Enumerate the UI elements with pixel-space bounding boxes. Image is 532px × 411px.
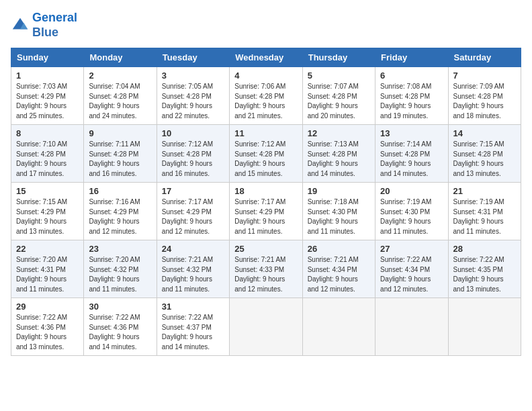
calendar-cell: 6Sunrise: 7:08 AMSunset: 4:28 PMDaylight…: [375, 67, 448, 125]
calendar-cell: 2Sunrise: 7:04 AMSunset: 4:28 PMDaylight…: [84, 67, 157, 125]
day-info: Sunrise: 7:09 AMSunset: 4:28 PMDaylight:…: [453, 82, 516, 121]
day-number: 15: [16, 186, 79, 196]
day-header-sunday: Sunday: [11, 48, 84, 67]
day-number: 16: [89, 186, 151, 196]
day-number: 22: [16, 244, 79, 254]
calendar-cell: 27Sunrise: 7:22 AMSunset: 4:34 PMDayligh…: [375, 240, 448, 298]
day-info: Sunrise: 7:21 AMSunset: 4:34 PMDaylight:…: [308, 255, 370, 294]
day-number: 31: [162, 302, 224, 312]
day-info: Sunrise: 7:17 AMSunset: 4:29 PMDaylight:…: [234, 197, 297, 236]
calendar-cell: 26Sunrise: 7:21 AMSunset: 4:34 PMDayligh…: [302, 240, 375, 298]
day-info: Sunrise: 7:22 AMSunset: 4:36 PMDaylight:…: [16, 313, 79, 352]
day-info: Sunrise: 7:10 AMSunset: 4:28 PMDaylight:…: [16, 140, 79, 179]
day-info: Sunrise: 7:03 AMSunset: 4:29 PMDaylight:…: [16, 82, 79, 121]
logo-icon: [11, 16, 30, 35]
calendar-week-3: 15Sunrise: 7:15 AMSunset: 4:29 PMDayligh…: [11, 183, 521, 240]
day-info: Sunrise: 7:05 AMSunset: 4:28 PMDaylight:…: [162, 82, 224, 121]
calendar-cell: 21Sunrise: 7:19 AMSunset: 4:31 PMDayligh…: [448, 183, 521, 240]
day-header-monday: Monday: [84, 48, 157, 67]
calendar-week-2: 8Sunrise: 7:10 AMSunset: 4:28 PMDaylight…: [11, 125, 521, 183]
day-number: 1: [16, 71, 79, 81]
calendar-week-5: 29Sunrise: 7:22 AMSunset: 4:36 PMDayligh…: [11, 298, 521, 356]
day-number: 18: [234, 186, 297, 196]
calendar-cell: 25Sunrise: 7:21 AMSunset: 4:33 PMDayligh…: [230, 240, 302, 298]
day-info: Sunrise: 7:22 AMSunset: 4:35 PMDaylight:…: [453, 255, 516, 294]
calendar-cell: 17Sunrise: 7:17 AMSunset: 4:29 PMDayligh…: [157, 183, 229, 240]
calendar-cell: 14Sunrise: 7:15 AMSunset: 4:28 PMDayligh…: [448, 125, 521, 183]
calendar-cell: 19Sunrise: 7:18 AMSunset: 4:30 PMDayligh…: [302, 183, 375, 240]
day-number: 12: [308, 128, 370, 138]
day-number: 20: [380, 186, 443, 196]
day-number: 9: [89, 128, 151, 138]
calendar-table: SundayMondayTuesdayWednesdayThursdayFrid…: [11, 48, 521, 356]
day-header-friday: Friday: [375, 48, 448, 67]
day-info: Sunrise: 7:18 AMSunset: 4:30 PMDaylight:…: [308, 197, 370, 236]
calendar-cell: 24Sunrise: 7:21 AMSunset: 4:32 PMDayligh…: [157, 240, 229, 298]
day-info: Sunrise: 7:15 AMSunset: 4:29 PMDaylight:…: [16, 197, 79, 236]
calendar-cell: 8Sunrise: 7:10 AMSunset: 4:28 PMDaylight…: [11, 125, 84, 183]
calendar-cell: 13Sunrise: 7:14 AMSunset: 4:28 PMDayligh…: [375, 125, 448, 183]
calendar-cell: [375, 298, 448, 356]
day-number: 10: [162, 128, 224, 138]
day-info: Sunrise: 7:08 AMSunset: 4:28 PMDaylight:…: [380, 82, 443, 121]
calendar-cell: 10Sunrise: 7:12 AMSunset: 4:28 PMDayligh…: [157, 125, 229, 183]
calendar-cell: 31Sunrise: 7:22 AMSunset: 4:37 PMDayligh…: [157, 298, 229, 356]
day-number: 13: [380, 128, 443, 138]
page-container: General Blue SundayMondayTuesdayWednesda…: [0, 0, 532, 363]
calendar-cell: [302, 298, 375, 356]
day-number: 23: [89, 244, 151, 254]
day-info: Sunrise: 7:16 AMSunset: 4:29 PMDaylight:…: [89, 197, 151, 236]
day-info: Sunrise: 7:19 AMSunset: 4:31 PMDaylight:…: [453, 197, 516, 236]
calendar-cell: 22Sunrise: 7:20 AMSunset: 4:31 PMDayligh…: [11, 240, 84, 298]
day-info: Sunrise: 7:15 AMSunset: 4:28 PMDaylight:…: [453, 140, 516, 179]
calendar-cell: 1Sunrise: 7:03 AMSunset: 4:29 PMDaylight…: [11, 67, 84, 125]
calendar-cell: 18Sunrise: 7:17 AMSunset: 4:29 PMDayligh…: [230, 183, 302, 240]
day-number: 25: [234, 244, 297, 254]
calendar-cell: 20Sunrise: 7:19 AMSunset: 4:30 PMDayligh…: [375, 183, 448, 240]
calendar-cell: 12Sunrise: 7:13 AMSunset: 4:28 PMDayligh…: [302, 125, 375, 183]
day-info: Sunrise: 7:12 AMSunset: 4:28 PMDaylight:…: [162, 140, 224, 179]
day-number: 8: [16, 128, 79, 138]
logo-text: General Blue: [32, 11, 77, 40]
calendar-week-4: 22Sunrise: 7:20 AMSunset: 4:31 PMDayligh…: [11, 240, 521, 298]
calendar-cell: 16Sunrise: 7:16 AMSunset: 4:29 PMDayligh…: [84, 183, 157, 240]
logo: General Blue: [11, 11, 77, 40]
calendar-cell: 15Sunrise: 7:15 AMSunset: 4:29 PMDayligh…: [11, 183, 84, 240]
day-number: 28: [453, 244, 516, 254]
calendar-cell: 28Sunrise: 7:22 AMSunset: 4:35 PMDayligh…: [448, 240, 521, 298]
day-number: 3: [162, 71, 224, 81]
day-info: Sunrise: 7:22 AMSunset: 4:36 PMDaylight:…: [89, 313, 151, 352]
day-info: Sunrise: 7:12 AMSunset: 4:28 PMDaylight:…: [234, 140, 297, 179]
day-info: Sunrise: 7:20 AMSunset: 4:32 PMDaylight:…: [89, 255, 151, 294]
day-header-tuesday: Tuesday: [157, 48, 229, 67]
calendar-cell: 3Sunrise: 7:05 AMSunset: 4:28 PMDaylight…: [157, 67, 229, 125]
day-number: 27: [380, 244, 443, 254]
day-number: 19: [308, 186, 370, 196]
calendar-cell: [448, 298, 521, 356]
day-info: Sunrise: 7:14 AMSunset: 4:28 PMDaylight:…: [380, 140, 443, 179]
day-number: 17: [162, 186, 224, 196]
day-info: Sunrise: 7:19 AMSunset: 4:30 PMDaylight:…: [380, 197, 443, 236]
day-number: 2: [89, 71, 151, 81]
day-number: 29: [16, 302, 79, 312]
day-info: Sunrise: 7:17 AMSunset: 4:29 PMDaylight:…: [162, 197, 224, 236]
calendar-cell: 9Sunrise: 7:11 AMSunset: 4:28 PMDaylight…: [84, 125, 157, 183]
day-info: Sunrise: 7:22 AMSunset: 4:37 PMDaylight:…: [162, 313, 224, 352]
calendar-cell: 29Sunrise: 7:22 AMSunset: 4:36 PMDayligh…: [11, 298, 84, 356]
day-number: 11: [234, 128, 297, 138]
day-info: Sunrise: 7:21 AMSunset: 4:33 PMDaylight:…: [234, 255, 297, 294]
day-info: Sunrise: 7:20 AMSunset: 4:31 PMDaylight:…: [16, 255, 79, 294]
calendar-cell: 7Sunrise: 7:09 AMSunset: 4:28 PMDaylight…: [448, 67, 521, 125]
page-header: General Blue: [11, 11, 521, 40]
calendar-cell: 4Sunrise: 7:06 AMSunset: 4:28 PMDaylight…: [230, 67, 302, 125]
day-info: Sunrise: 7:21 AMSunset: 4:32 PMDaylight:…: [162, 255, 224, 294]
day-number: 6: [380, 71, 443, 81]
calendar-cell: 30Sunrise: 7:22 AMSunset: 4:36 PMDayligh…: [84, 298, 157, 356]
day-header-wednesday: Wednesday: [230, 48, 302, 67]
day-number: 7: [453, 71, 516, 81]
calendar-cell: 11Sunrise: 7:12 AMSunset: 4:28 PMDayligh…: [230, 125, 302, 183]
day-info: Sunrise: 7:06 AMSunset: 4:28 PMDaylight:…: [234, 82, 297, 121]
day-info: Sunrise: 7:22 AMSunset: 4:34 PMDaylight:…: [380, 255, 443, 294]
day-header-thursday: Thursday: [302, 48, 375, 67]
day-info: Sunrise: 7:13 AMSunset: 4:28 PMDaylight:…: [308, 140, 370, 179]
